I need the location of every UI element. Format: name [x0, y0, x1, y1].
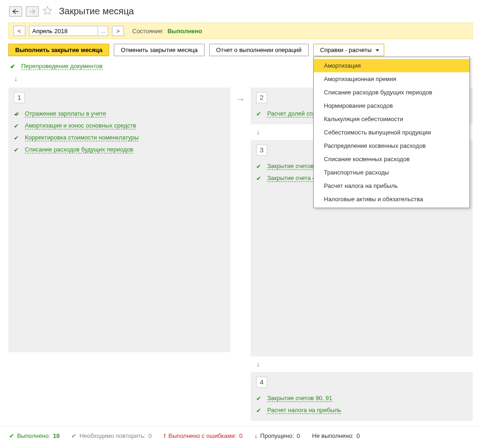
- warning-icon: !: [164, 432, 165, 439]
- op-row: ✔ Расчет налога на прибыль: [256, 404, 467, 416]
- op-row: ✔ Закрытие счетов 90, 91: [256, 392, 467, 404]
- op-row: ✔ Амортизация и износ основных средств: [14, 120, 225, 132]
- cancel-button[interactable]: Отменить закрытие месяца: [114, 44, 205, 56]
- op-link[interactable]: Списание расходов будущих периодов: [25, 146, 133, 153]
- check-icon: ✔: [256, 175, 263, 182]
- step-block-1: 1 ✔✔ Отражение зарплаты в учете ✔ Аморти…: [8, 87, 230, 352]
- toolbar: Выполнить закрытие месяца Отменить закры…: [8, 44, 473, 56]
- step-number: 1: [14, 92, 25, 103]
- op-row: ✔✔ Отражение зарплаты в учете: [14, 108, 225, 120]
- check-icon: ✔: [256, 407, 263, 414]
- op-link[interactable]: Закрытие счетов 90, 91: [267, 395, 332, 402]
- period-prev-button[interactable]: <: [13, 26, 25, 36]
- dropdown-item[interactable]: Расчет налога на прибыль: [314, 179, 469, 192]
- dropdown-item[interactable]: Амортизация: [314, 59, 469, 72]
- check-icon: ✔: [14, 134, 20, 141]
- footer-errors: ! Выполнено с ошибками: 0: [164, 432, 242, 439]
- state-value: Выполнено: [167, 28, 202, 35]
- period-next-button[interactable]: >: [112, 26, 124, 36]
- star-icon[interactable]: [42, 6, 53, 17]
- check-icon: ✔: [256, 111, 263, 117]
- arrow-between-columns: →: [236, 87, 245, 105]
- op-link[interactable]: Отражение зарплаты в учете: [25, 110, 106, 117]
- reports-dropdown-button[interactable]: Справки - расчеты: [313, 44, 384, 56]
- dropdown-item[interactable]: Распределение косвенных расходов: [314, 139, 469, 152]
- column-left: 1 ✔✔ Отражение зарплаты в учете ✔ Аморти…: [8, 87, 230, 352]
- execute-button[interactable]: Выполнить закрытие месяца: [8, 44, 109, 56]
- check-icon: ✔: [9, 432, 14, 439]
- check-icon: ✔: [14, 122, 20, 129]
- op-row: ✔ Списание расходов будущих периодов: [14, 144, 225, 156]
- status-footer: ✔ Выполнено: 10 ✔ Необходимо повторить: …: [0, 426, 481, 444]
- state-label: Состояние:: [132, 28, 164, 35]
- arrow-right-icon: →: [236, 94, 245, 105]
- arrow-down-icon: ↓: [254, 432, 258, 439]
- footer-notdone: Не выполнено: 0: [312, 432, 360, 439]
- op-link[interactable]: Корректировка стоимости номенклатуры: [25, 134, 139, 141]
- check-icon: ✔: [8, 63, 17, 70]
- prestep-link[interactable]: Перепроведение документов: [21, 63, 103, 70]
- dropdown-item[interactable]: Калькуляция себестоимости: [314, 112, 469, 126]
- dropdown-item[interactable]: Транспортные расходы: [314, 166, 469, 179]
- check-icon: ✔: [256, 395, 263, 402]
- step-block-4: 4 ✔ Закрытие счетов 90, 91 ✔ Расчет нало…: [251, 372, 473, 421]
- check-done-icon: ✔✔: [14, 111, 20, 117]
- step-number: 3: [256, 145, 267, 156]
- check-icon: ✔: [71, 432, 76, 439]
- back-button[interactable]: [9, 6, 22, 17]
- op-row: ✔ Корректировка стоимости номенклатуры: [14, 132, 225, 144]
- arrow-down-icon: ↓: [256, 360, 473, 368]
- step-number: 4: [256, 377, 267, 388]
- op-link[interactable]: Амортизация и износ основных средств: [25, 122, 136, 129]
- reports-dropdown-menu: Амортизация Амортизационная премия Списа…: [313, 57, 470, 208]
- footer-skipped: ↓ Пропущено: 0: [254, 432, 300, 439]
- footer-done: ✔ Выполнено: 10: [9, 432, 59, 439]
- arrow-left-icon: [12, 9, 19, 14]
- op-link[interactable]: Расчет налога на прибыль: [267, 407, 341, 414]
- dropdown-item[interactable]: Списание косвенных расходов: [314, 152, 469, 166]
- page-title: Закрытие месяца: [59, 6, 134, 17]
- dropdown-item[interactable]: Амортизационная премия: [314, 72, 469, 86]
- period-bar: < ... > Состояние: Выполнено: [8, 23, 473, 39]
- period-picker-button[interactable]: ...: [98, 26, 108, 36]
- arrow-right-icon: [29, 9, 35, 14]
- dropdown-item[interactable]: Налоговые активы и обязательства: [314, 192, 469, 206]
- footer-repeat: ✔ Необходимо повторить: 0: [71, 432, 152, 439]
- page-header: Закрытие месяца: [0, 0, 481, 21]
- dropdown-item[interactable]: Себестоимость выпущеной продукции: [314, 126, 469, 139]
- forward-button[interactable]: [26, 6, 39, 17]
- check-icon: ✔: [14, 146, 20, 153]
- check-icon: ✔: [256, 163, 263, 170]
- report-button[interactable]: Отчет о выполнении операций: [209, 44, 309, 56]
- step-number: 2: [256, 92, 267, 103]
- period-input[interactable]: [29, 26, 98, 36]
- dropdown-item[interactable]: Списание расходов будущих периодов: [314, 86, 469, 99]
- dropdown-item[interactable]: Нормирование расходов: [314, 99, 469, 112]
